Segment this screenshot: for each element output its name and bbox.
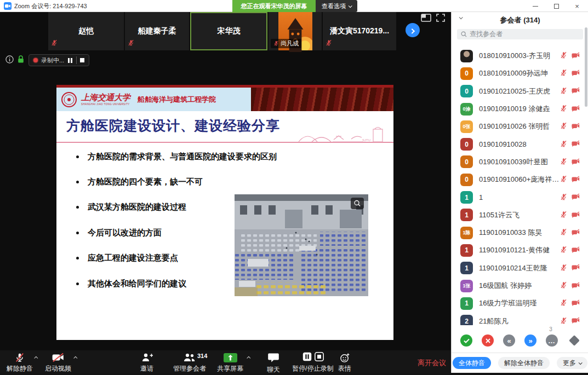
gallery-view-icon[interactable] [421, 14, 431, 24]
video-tile[interactable]: 赵恺 [48, 12, 124, 50]
go-faster-button[interactable]: » [524, 334, 536, 347]
camera-off-icon [572, 122, 580, 131]
encryption-lock-icon [17, 55, 25, 66]
clear-feedback-icon[interactable] [569, 335, 580, 346]
participant-row[interactable]: 111051许云飞 [452, 206, 588, 224]
mic-muted-icon [560, 86, 567, 96]
participant-avatar: 1 [460, 244, 473, 257]
more-button[interactable]: 更多 [557, 357, 587, 369]
mic-muted-icon [273, 41, 279, 47]
meeting-id-label: Zoom 会议号: 214-929-743 [14, 2, 87, 10]
participant-name: 赵恺 [78, 26, 94, 36]
pause-icon[interactable] [302, 352, 312, 363]
participant-name: 16级国航 张婷婷 [479, 281, 560, 291]
mic-muted-icon [560, 51, 567, 61]
leave-meeting-button[interactable]: 离开会议 [418, 358, 446, 368]
more-feedback-button[interactable]: … [546, 334, 558, 347]
minimize-button[interactable] [527, 0, 544, 12]
go-slower-button[interactable]: « [503, 334, 515, 347]
meeting-toolbar: 解除静音 启动视频 邀请 管理参会者 314 共享屏幕 [0, 350, 451, 375]
participant-name: 019010910026 张明哲 [479, 122, 560, 131]
camera-off-icon [572, 104, 580, 114]
recording-dot-icon [33, 58, 38, 62]
share-options-chevron[interactable] [247, 356, 250, 360]
feedback-no-button[interactable] [482, 334, 494, 347]
mic-muted-icon [15, 352, 25, 363]
participant-row[interactable]: 0张019010910026 张明哲 [452, 118, 588, 135]
bullet-dot [76, 181, 79, 183]
participant-avatar: 1张 [460, 280, 473, 292]
feedback-yes-button[interactable] [460, 334, 472, 347]
share-screen-button[interactable]: 共享屏幕 [215, 352, 246, 373]
participant-row[interactable]: 1陈119010910033 陈昊 [452, 224, 588, 241]
manage-participants-button[interactable]: 管理参会者 314 [170, 352, 209, 373]
view-options-button[interactable]: 查看选项 [316, 0, 357, 12]
mic-muted-icon [560, 316, 567, 325]
participant-avatar: 0 [460, 174, 473, 186]
participant-avatar: 1 [460, 191, 473, 204]
unmute-button[interactable]: 解除静音 [4, 352, 35, 373]
reactions-button[interactable]: 表情 [333, 352, 356, 373]
participant-name: 018010910003-齐玉明 [479, 51, 560, 61]
pause-stop-recording-button[interactable]: 暂停/停止录制 [289, 352, 336, 373]
participant-row[interactable]: 0019010910039叶昱图 [452, 153, 588, 171]
invite-button[interactable]: 邀请 [134, 352, 160, 373]
camera-off-icon [572, 175, 580, 184]
pause-recording-icon[interactable] [67, 58, 73, 63]
camera-off-icon [572, 51, 580, 61]
participant-row[interactable]: 1119010910121-黄伟健 [452, 241, 588, 259]
stop-recording-icon[interactable] [80, 58, 84, 62]
video-tile[interactable]: 尚凡成 [269, 12, 322, 50]
mic-muted-icon [560, 175, 567, 184]
participant-name: 119010910121-黄伟健 [479, 245, 560, 255]
participant-name: 21船陈凡 [479, 316, 560, 325]
participant-row[interactable]: 116级力学班温明瑾 [452, 295, 588, 312]
video-tile[interactable]: 船建秦子柔 [125, 12, 189, 50]
stop-icon[interactable] [315, 352, 324, 363]
participant-row[interactable]: 1张16级国航 张婷婷 [452, 277, 588, 295]
participant-row[interactable]: 0018010910009孙远坤 [452, 65, 588, 82]
camera-off-icon [572, 281, 580, 291]
divider [76, 56, 77, 64]
participant-row[interactable]: 1119010910214王乾隆 [452, 259, 588, 277]
unmute-all-button[interactable]: 解除全体静音 [498, 357, 550, 369]
camera-off-icon [572, 263, 580, 273]
participant-row[interactable]: 0019010910028 [452, 135, 588, 153]
chat-button[interactable]: 聊天 [261, 352, 286, 374]
mic-muted-icon [560, 281, 567, 291]
close-button[interactable]: × [569, 0, 585, 12]
participant-name: 119010910033 陈昊 [479, 228, 560, 238]
divider [452, 353, 588, 353]
participants-panel-title: 参会者 (314) [452, 15, 588, 25]
camera-off-icon [572, 193, 580, 203]
participant-name: 019010910039叶昱图 [479, 157, 560, 167]
participant-row[interactable]: 11 [452, 188, 588, 206]
maximize-button[interactable] [548, 0, 564, 12]
invite-person-icon [141, 352, 153, 363]
nonverbal-feedback-row: « » … [452, 334, 588, 347]
participant-row[interactable]: 0019010210025-王庆虎 [452, 83, 588, 100]
search-participants-input[interactable]: 查找参会者 [457, 29, 583, 39]
next-participants-button[interactable] [406, 23, 420, 37]
scrollbar-thumb[interactable] [585, 27, 587, 107]
video-options-chevron[interactable] [73, 356, 77, 360]
mic-muted-icon [560, 157, 567, 167]
participant-avatar: 2 [460, 315, 473, 325]
participant-row[interactable]: 0019010910060+庞海祥+船建学... [452, 171, 588, 188]
participant-avatar: 1 [460, 297, 473, 310]
participant-row[interactable]: 0涂019010910019 涂健垚 [452, 100, 588, 118]
mic-muted-icon [560, 263, 567, 273]
start-video-button[interactable]: 启动视频 [43, 352, 73, 373]
participant-row[interactable]: 221船陈凡 [452, 312, 588, 325]
video-strip: 赵恺船建秦子柔宋华茂 尚凡成潘文寅5170219... [48, 12, 396, 50]
participant-row[interactable]: 018010910003-齐玉明 [452, 47, 588, 65]
video-tile[interactable]: 宋华茂 [190, 12, 267, 50]
smiley-plus-icon [340, 352, 350, 363]
chevron-down-icon [349, 4, 352, 8]
fullscreen-icon[interactable] [436, 14, 445, 24]
mute-all-button[interactable]: 全体静音 [453, 357, 491, 369]
video-tile[interactable]: 潘文寅5170219... [323, 12, 396, 50]
participant-avatar: 1陈 [460, 227, 473, 239]
meeting-info-icon[interactable] [5, 55, 14, 66]
meeting-main-area: 赵恺船建秦子柔宋华茂 尚凡成潘文寅5170219... 录制中... 上海交通大… [0, 12, 451, 375]
